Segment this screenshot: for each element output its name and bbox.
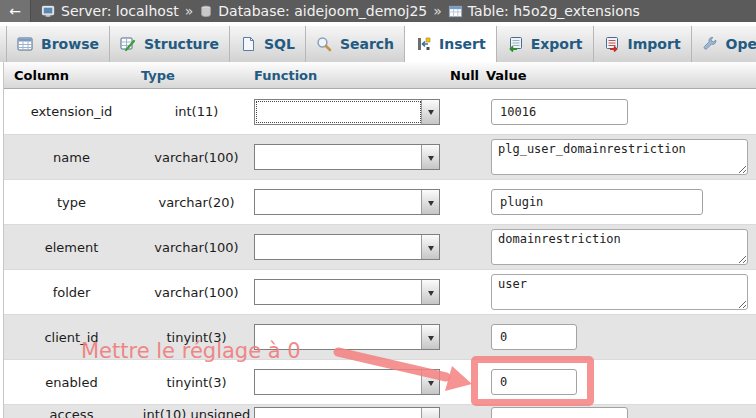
- row-element: elementvarchar(100)domainrestriction: [4, 224, 756, 269]
- value-input[interactable]: [491, 189, 703, 215]
- server-icon: [41, 4, 56, 19]
- tab-structure[interactable]: Structure: [110, 26, 230, 62]
- function-select[interactable]: [254, 279, 440, 305]
- tab-label: Operations: [726, 36, 756, 52]
- back-button[interactable]: ←: [0, 0, 31, 22]
- browse-icon: [17, 36, 33, 52]
- row-name: namevarchar(100)plg_user_domainrestricti…: [4, 134, 756, 179]
- chevron-down-icon[interactable]: [421, 280, 439, 304]
- column-type: varchar(100): [139, 240, 254, 255]
- tab-label: SQL: [264, 36, 295, 52]
- chevron-down-icon[interactable]: [421, 370, 439, 394]
- tab-insert[interactable]: Insert: [405, 26, 497, 62]
- tab-import[interactable]: Import: [594, 26, 692, 62]
- tab-sql[interactable]: SQL: [230, 26, 306, 62]
- select-field: [257, 372, 420, 392]
- table-header: Column Type Function Null Value: [4, 62, 756, 89]
- column-type: int(10) unsigned: [139, 407, 254, 418]
- column-type: varchar(20): [139, 195, 254, 210]
- column-type: varchar(100): [139, 150, 254, 165]
- tab-label: Browse: [41, 36, 99, 52]
- select-field: [257, 237, 420, 257]
- tab-search[interactable]: Search: [306, 26, 405, 62]
- tab-label: Export: [531, 36, 583, 52]
- tab-export[interactable]: Export: [497, 26, 594, 62]
- select-field: [257, 282, 420, 302]
- value-textarea[interactable]: plg_user_domainrestriction: [491, 139, 748, 175]
- column-name: extension_id: [4, 104, 139, 119]
- column-name: client_id: [4, 330, 139, 345]
- function-select[interactable]: [254, 324, 440, 350]
- chevron-down-icon[interactable]: [421, 145, 439, 169]
- function-select[interactable]: [254, 369, 440, 395]
- breadcrumb-table[interactable]: Table: h5o2g_extensions: [448, 3, 640, 19]
- tab-operations[interactable]: Operations: [692, 26, 756, 62]
- value-input[interactable]: [491, 369, 577, 395]
- tab-label: Search: [340, 36, 394, 52]
- tab-label: Import: [628, 36, 681, 52]
- function-select[interactable]: [254, 234, 440, 260]
- column-type: tinyint(3): [139, 375, 254, 390]
- breadcrumb-table-label: Table: h5o2g_extensions: [468, 3, 640, 19]
- row-type: typevarchar(20): [4, 179, 756, 224]
- header-value: Value: [482, 68, 756, 83]
- header-function[interactable]: Function: [254, 68, 444, 83]
- header-type[interactable]: Type: [139, 68, 254, 83]
- value-textarea[interactable]: user: [491, 274, 748, 310]
- structure-icon: [120, 36, 136, 52]
- column-name: access: [4, 407, 139, 418]
- header-column: Column: [4, 68, 139, 83]
- select-field: [257, 410, 420, 418]
- row-client_id: client_idtinyint(3): [4, 314, 756, 359]
- tab-label: Structure: [144, 36, 219, 52]
- chevron-down-icon[interactable]: [421, 190, 439, 214]
- value-input[interactable]: [491, 324, 577, 350]
- import-icon: [604, 36, 620, 52]
- function-select[interactable]: [254, 407, 440, 418]
- table-icon: [448, 4, 463, 19]
- export-icon: [507, 36, 523, 52]
- row-folder: foldervarchar(100)user: [4, 269, 756, 314]
- select-field: [257, 147, 420, 167]
- tab-bar: BrowseStructureSQLSearchInsertExportImpo…: [0, 26, 756, 62]
- insert-rows: extension_idint(11)namevarchar(100)plg_u…: [4, 89, 756, 418]
- row-access: accessint(10) unsigned: [4, 404, 756, 418]
- chevron-down-icon[interactable]: [421, 325, 439, 349]
- breadcrumb-separator: »: [185, 3, 194, 19]
- function-select[interactable]: [254, 189, 440, 215]
- breadcrumb: ← Server: localhost » Database: aidejoom…: [0, 0, 756, 22]
- column-name: element: [4, 240, 139, 255]
- tab-browse[interactable]: Browse: [6, 26, 110, 62]
- breadcrumb-database[interactable]: Database: aidejoom_demoj25: [199, 3, 427, 19]
- column-type: int(11): [139, 104, 254, 119]
- breadcrumb-database-label: Database: aidejoom_demoj25: [218, 3, 427, 19]
- row-extension_id: extension_idint(11): [4, 89, 756, 134]
- operations-icon: [702, 36, 718, 52]
- sql-icon: [240, 36, 256, 52]
- select-field: [257, 192, 420, 212]
- value-input[interactable]: [491, 99, 628, 125]
- chevron-down-icon[interactable]: [421, 235, 439, 259]
- insert-icon: [415, 36, 431, 52]
- column-name: name: [4, 150, 139, 165]
- value-textarea[interactable]: domainrestriction: [491, 229, 748, 265]
- select-field: [257, 327, 420, 347]
- insert-form: Column Type Function Null Value extensio…: [3, 62, 756, 418]
- column-name: enabled: [4, 375, 139, 390]
- function-select[interactable]: [254, 99, 440, 125]
- breadcrumb-server-label: Server: localhost: [61, 3, 179, 19]
- row-enabled: enabledtinyint(3): [4, 359, 756, 404]
- column-name: folder: [4, 285, 139, 300]
- chevron-down-icon[interactable]: [421, 408, 439, 418]
- database-icon: [199, 4, 213, 19]
- column-type: tinyint(3): [139, 330, 254, 345]
- column-type: varchar(100): [139, 285, 254, 300]
- phpmyadmin-insert-page: ← Server: localhost » Database: aidejoom…: [0, 0, 756, 418]
- breadcrumb-server[interactable]: Server: localhost: [41, 3, 179, 19]
- tab-label: Insert: [439, 36, 486, 52]
- function-select[interactable]: [254, 144, 440, 170]
- select-field: [257, 102, 420, 122]
- chevron-down-icon[interactable]: [421, 100, 439, 124]
- breadcrumb-separator: »: [433, 3, 442, 19]
- value-input[interactable]: [491, 407, 628, 418]
